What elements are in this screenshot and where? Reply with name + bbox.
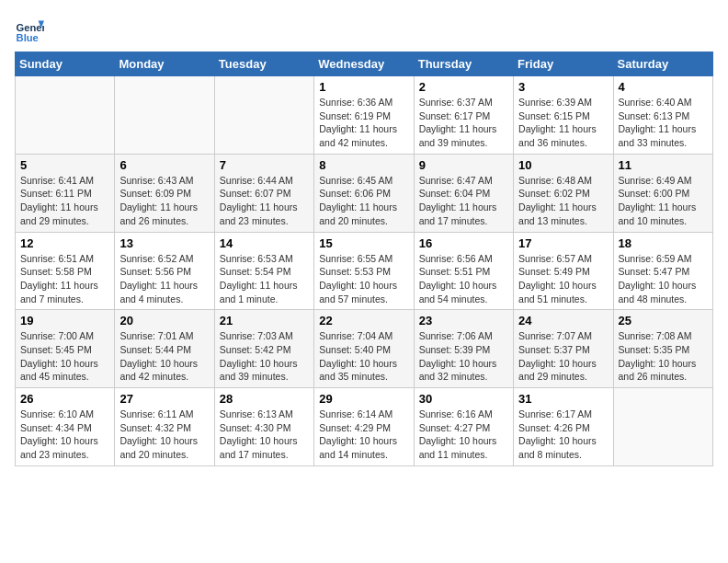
day-info: Sunrise: 6:47 AM Sunset: 6:04 PM Dayligh… xyxy=(419,174,508,228)
weekday-header: Thursday xyxy=(414,52,513,76)
weekday-header: Friday xyxy=(514,52,613,76)
day-number: 29 xyxy=(319,392,408,406)
calendar-cell: 16Sunrise: 6:56 AM Sunset: 5:51 PM Dayli… xyxy=(414,232,513,310)
day-info: Sunrise: 6:40 AM Sunset: 6:13 PM Dayligh… xyxy=(619,96,708,150)
day-info: Sunrise: 6:57 AM Sunset: 5:49 PM Dayligh… xyxy=(518,252,608,306)
calendar-cell: 3Sunrise: 6:39 AM Sunset: 6:15 PM Daylig… xyxy=(514,76,613,155)
calendar-cell: 24Sunrise: 7:07 AM Sunset: 5:37 PM Dayli… xyxy=(514,310,613,388)
day-info: Sunrise: 6:13 AM Sunset: 4:30 PM Dayligh… xyxy=(220,408,309,462)
day-info: Sunrise: 7:07 AM Sunset: 5:37 PM Dayligh… xyxy=(518,329,608,384)
day-info: Sunrise: 6:14 AM Sunset: 4:29 PM Dayligh… xyxy=(319,408,408,462)
day-info: Sunrise: 6:36 AM Sunset: 6:19 PM Dayligh… xyxy=(319,96,408,150)
day-info: Sunrise: 7:04 AM Sunset: 5:40 PM Dayligh… xyxy=(319,329,408,384)
day-info: Sunrise: 6:59 AM Sunset: 5:47 PM Dayligh… xyxy=(619,252,708,306)
calendar-cell: 15Sunrise: 6:55 AM Sunset: 5:53 PM Dayli… xyxy=(314,232,414,310)
day-number: 13 xyxy=(119,236,209,250)
calendar-week-row: 12Sunrise: 6:51 AM Sunset: 5:58 PM Dayli… xyxy=(16,232,713,310)
calendar-cell: 27Sunrise: 6:11 AM Sunset: 4:32 PM Dayli… xyxy=(115,388,214,466)
day-number: 30 xyxy=(419,392,508,406)
calendar-cell: 29Sunrise: 6:14 AM Sunset: 4:29 PM Dayli… xyxy=(314,388,414,466)
day-number: 7 xyxy=(220,158,309,172)
calendar-week-row: 1Sunrise: 6:36 AM Sunset: 6:19 PM Daylig… xyxy=(16,76,713,155)
day-number: 20 xyxy=(119,314,209,327)
day-number: 31 xyxy=(518,392,608,406)
calendar-cell: 26Sunrise: 6:10 AM Sunset: 4:34 PM Dayli… xyxy=(16,388,115,466)
calendar-cell: 28Sunrise: 6:13 AM Sunset: 4:30 PM Dayli… xyxy=(214,388,313,466)
calendar-cell: 23Sunrise: 7:06 AM Sunset: 5:39 PM Dayli… xyxy=(414,310,513,388)
day-number: 17 xyxy=(518,236,608,250)
calendar-week-row: 19Sunrise: 7:00 AM Sunset: 5:45 PM Dayli… xyxy=(16,310,713,388)
logo: General Blue xyxy=(15,15,48,44)
day-info: Sunrise: 7:06 AM Sunset: 5:39 PM Dayligh… xyxy=(419,329,508,384)
calendar-cell: 1Sunrise: 6:36 AM Sunset: 6:19 PM Daylig… xyxy=(314,76,414,155)
calendar-cell: 19Sunrise: 7:00 AM Sunset: 5:45 PM Dayli… xyxy=(16,310,115,388)
calendar-cell: 4Sunrise: 6:40 AM Sunset: 6:13 PM Daylig… xyxy=(613,76,712,155)
day-info: Sunrise: 6:52 AM Sunset: 5:56 PM Dayligh… xyxy=(119,252,209,306)
day-info: Sunrise: 7:00 AM Sunset: 5:45 PM Dayligh… xyxy=(20,329,109,384)
day-info: Sunrise: 6:43 AM Sunset: 6:09 PM Dayligh… xyxy=(119,174,209,228)
calendar-cell: 14Sunrise: 6:53 AM Sunset: 5:54 PM Dayli… xyxy=(214,232,313,310)
day-number: 9 xyxy=(419,158,508,172)
day-number: 8 xyxy=(319,158,408,172)
calendar-header-row: SundayMondayTuesdayWednesdayThursdayFrid… xyxy=(16,52,713,76)
day-number: 12 xyxy=(20,236,109,250)
day-number: 22 xyxy=(319,314,408,327)
day-info: Sunrise: 6:48 AM Sunset: 6:02 PM Dayligh… xyxy=(518,174,608,228)
day-info: Sunrise: 6:53 AM Sunset: 5:54 PM Dayligh… xyxy=(220,252,309,306)
weekday-header: Saturday xyxy=(613,52,712,76)
day-info: Sunrise: 6:56 AM Sunset: 5:51 PM Dayligh… xyxy=(419,252,508,306)
calendar-cell: 21Sunrise: 7:03 AM Sunset: 5:42 PM Dayli… xyxy=(214,310,313,388)
calendar-cell: 30Sunrise: 6:16 AM Sunset: 4:27 PM Dayli… xyxy=(414,388,513,466)
day-number: 24 xyxy=(518,314,608,327)
day-number: 14 xyxy=(220,236,309,250)
page-header: General Blue xyxy=(15,15,713,44)
calendar-cell: 2Sunrise: 6:37 AM Sunset: 6:17 PM Daylig… xyxy=(414,76,513,155)
day-number: 23 xyxy=(419,314,508,327)
svg-text:Blue: Blue xyxy=(17,32,39,43)
day-info: Sunrise: 7:08 AM Sunset: 5:35 PM Dayligh… xyxy=(619,329,708,384)
calendar-cell: 6Sunrise: 6:43 AM Sunset: 6:09 PM Daylig… xyxy=(115,154,214,232)
day-info: Sunrise: 6:45 AM Sunset: 6:06 PM Dayligh… xyxy=(319,174,408,228)
day-info: Sunrise: 6:39 AM Sunset: 6:15 PM Dayligh… xyxy=(518,96,608,150)
calendar-cell: 5Sunrise: 6:41 AM Sunset: 6:11 PM Daylig… xyxy=(16,154,115,232)
calendar-table: SundayMondayTuesdayWednesdayThursdayFrid… xyxy=(15,52,713,466)
day-number: 28 xyxy=(220,392,309,406)
day-number: 11 xyxy=(619,158,708,172)
day-number: 3 xyxy=(518,80,608,94)
weekday-header: Tuesday xyxy=(214,52,313,76)
day-info: Sunrise: 6:37 AM Sunset: 6:17 PM Dayligh… xyxy=(419,96,508,150)
day-number: 25 xyxy=(619,314,708,327)
day-info: Sunrise: 6:49 AM Sunset: 6:00 PM Dayligh… xyxy=(619,174,708,228)
day-info: Sunrise: 6:17 AM Sunset: 4:26 PM Dayligh… xyxy=(518,408,608,462)
day-number: 16 xyxy=(419,236,508,250)
calendar-cell xyxy=(115,76,214,155)
calendar-cell: 7Sunrise: 6:44 AM Sunset: 6:07 PM Daylig… xyxy=(214,154,313,232)
day-info: Sunrise: 6:44 AM Sunset: 6:07 PM Dayligh… xyxy=(220,174,309,228)
day-info: Sunrise: 6:51 AM Sunset: 5:58 PM Dayligh… xyxy=(20,252,109,306)
day-number: 19 xyxy=(20,314,109,327)
calendar-cell: 18Sunrise: 6:59 AM Sunset: 5:47 PM Dayli… xyxy=(613,232,712,310)
calendar-cell xyxy=(16,76,115,155)
weekday-header: Monday xyxy=(115,52,214,76)
calendar-cell: 8Sunrise: 6:45 AM Sunset: 6:06 PM Daylig… xyxy=(314,154,414,232)
weekday-header: Sunday xyxy=(16,52,115,76)
day-number: 2 xyxy=(419,80,508,94)
calendar-cell: 9Sunrise: 6:47 AM Sunset: 6:04 PM Daylig… xyxy=(414,154,513,232)
day-number: 27 xyxy=(119,392,209,406)
calendar-cell: 11Sunrise: 6:49 AM Sunset: 6:00 PM Dayli… xyxy=(613,154,712,232)
calendar-cell: 31Sunrise: 6:17 AM Sunset: 4:26 PM Dayli… xyxy=(514,388,613,466)
day-number: 10 xyxy=(518,158,608,172)
day-number: 18 xyxy=(619,236,708,250)
day-number: 6 xyxy=(119,158,209,172)
day-info: Sunrise: 6:16 AM Sunset: 4:27 PM Dayligh… xyxy=(419,408,508,462)
day-number: 5 xyxy=(20,158,109,172)
calendar-cell: 20Sunrise: 7:01 AM Sunset: 5:44 PM Dayli… xyxy=(115,310,214,388)
calendar-cell: 17Sunrise: 6:57 AM Sunset: 5:49 PM Dayli… xyxy=(514,232,613,310)
day-number: 4 xyxy=(619,80,708,94)
day-number: 26 xyxy=(20,392,109,406)
day-info: Sunrise: 6:55 AM Sunset: 5:53 PM Dayligh… xyxy=(319,252,408,306)
calendar-cell: 25Sunrise: 7:08 AM Sunset: 5:35 PM Dayli… xyxy=(613,310,712,388)
day-info: Sunrise: 6:10 AM Sunset: 4:34 PM Dayligh… xyxy=(20,408,109,462)
day-number: 1 xyxy=(319,80,408,94)
calendar-cell: 13Sunrise: 6:52 AM Sunset: 5:56 PM Dayli… xyxy=(115,232,214,310)
